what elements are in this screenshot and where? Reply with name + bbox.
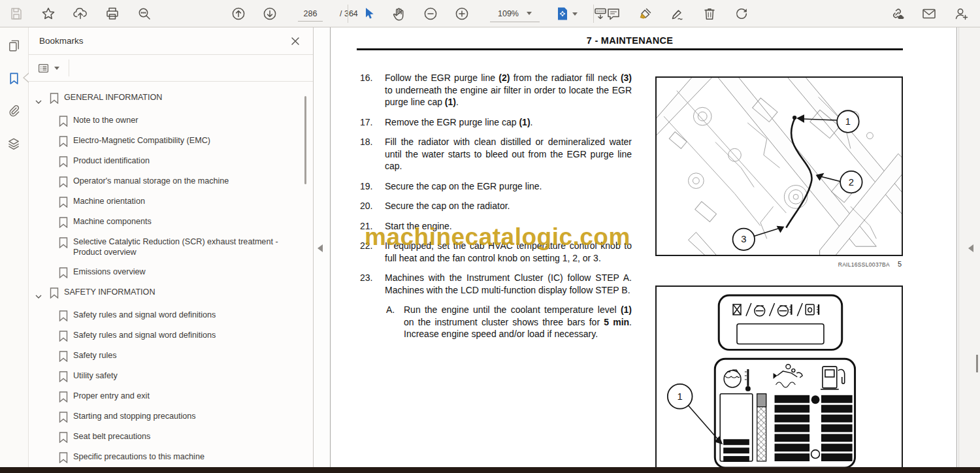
next-page-button[interactable] [260, 4, 280, 24]
chevron-down-icon[interactable] [35, 287, 50, 301]
bookmark-icon [59, 196, 68, 208]
bookmark-label: Operator's manual storage on the machine [73, 176, 313, 187]
sign-button[interactable] [668, 4, 687, 24]
step-number: A. [386, 304, 395, 316]
bookmarks-options-row [29, 55, 313, 82]
zoom-out-icon [423, 6, 438, 22]
zoom-in-button[interactable] [452, 4, 472, 24]
bookmark-label: Product identification [73, 155, 313, 167]
options-separator [69, 59, 69, 76]
bookmark-item[interactable]: Selective Catalytic Reduction (SCR) exha… [29, 232, 313, 262]
procedure-step: 18. Fill the radiator with clean distill… [360, 136, 632, 172]
chevron-down-icon[interactable] [35, 92, 50, 106]
step-text: Secure the cap on the EGR purge line. [385, 181, 542, 191]
save-button[interactable] [7, 4, 26, 24]
figure-reference-code: RAIL16SSL0037BA [838, 261, 890, 268]
fit-page-icon [555, 6, 570, 22]
bookmark-label: Utility safety [73, 370, 313, 382]
procedure-step: 20. Secure the cap on the radiator. [360, 200, 632, 212]
print-button[interactable] [103, 4, 122, 24]
bookmark-item[interactable]: Note to the owner [29, 110, 313, 131]
highlight-button[interactable] [636, 4, 655, 24]
bookmark-label: Safety rules and signal word definitions [73, 310, 313, 321]
bookmark-icon [50, 287, 59, 299]
zoom-out-button[interactable] [421, 4, 440, 24]
step-text: Fill the radiator with clean distilled o… [385, 137, 632, 171]
figure-instrument-cluster: 1 [655, 285, 903, 473]
bookmark-item[interactable]: Operator's manual storage on the machine [29, 171, 313, 191]
bookmark-options-button[interactable] [38, 63, 59, 74]
main-area: Bookmarks [0, 27, 980, 473]
comment-icon [606, 6, 621, 22]
engine-diagram-drawing: 1 2 3 [657, 78, 902, 255]
collapse-panel-arrow[interactable] [318, 244, 323, 252]
layers-button[interactable] [5, 135, 24, 153]
procedure-steps: 16. Follow the EGR purge line (2) from t… [360, 72, 632, 348]
bookmark-item[interactable]: Machine components [29, 212, 313, 232]
star-icon [41, 6, 56, 22]
bookmark-item[interactable]: Emissions overview [29, 262, 313, 282]
toolbar-share-group [887, 0, 971, 27]
pdf-page: 7 - MAINTENANCE 16. Follow the EGR purge… [330, 27, 957, 473]
bookmark-item[interactable]: Product identification [29, 151, 313, 171]
callout-3: 3 [741, 234, 746, 244]
hand-tool-button[interactable] [389, 4, 409, 24]
refresh-button[interactable] [732, 4, 751, 24]
select-tool-button[interactable] [358, 4, 378, 24]
zoom-level-dropdown[interactable]: 109% [490, 5, 540, 22]
panel-notch [24, 74, 29, 82]
page-number-input[interactable] [298, 6, 323, 22]
bookmark-label: Machine components [73, 216, 313, 227]
bookmark-label: Machine orientation [73, 196, 313, 207]
bookmark-icon [59, 451, 68, 463]
bookmark-item[interactable]: Seat belt precautions [29, 427, 313, 447]
bookmarks-panel-button[interactable] [5, 69, 24, 88]
bookmark-icon [59, 350, 68, 362]
email-button[interactable] [919, 4, 939, 24]
bookmark-item[interactable]: Electro-Magnetic Compatibility (EMC) [29, 131, 313, 151]
procedure-step: 16. Follow the EGR purge line (2) from t… [360, 72, 632, 108]
step-text: Secure the cap on the radiator. [385, 201, 510, 211]
callout-2: 2 [849, 177, 854, 188]
zoom-in-icon [454, 6, 470, 22]
page-thumbnails-button[interactable] [5, 37, 24, 55]
bookmark-label: Electro-Magnetic Compatibility (EMC) [73, 135, 313, 146]
step-text: Run the engine until the coolant tempera… [404, 304, 632, 339]
bookmark-item[interactable]: Proper entry and exit [29, 386, 313, 406]
bookmark-item[interactable]: Safety rules and signal word definitions [29, 325, 313, 346]
bookmark-item[interactable]: Utility safety [29, 366, 313, 386]
bookmark-item[interactable]: Safety rules and signal word definitions [29, 305, 313, 325]
toolbar-separator [348, 5, 348, 23]
bookmark-item[interactable]: Specific precautions to this machine [29, 447, 313, 466]
comment-button[interactable] [604, 4, 623, 24]
bookmark-item[interactable]: GENERAL INFORMATION [29, 88, 313, 110]
procedure-step: 23. Machines with the Instrument Cluster… [360, 272, 632, 296]
bookmark-icon [50, 92, 59, 104]
callout-1: 1 [845, 116, 851, 127]
add-person-button[interactable] [951, 4, 971, 24]
page-total-label: / 364 [340, 9, 358, 18]
delete-button[interactable] [700, 4, 719, 24]
bookmark-item[interactable]: SAFETY INFORMATION [29, 282, 313, 305]
toolbar-view-group: 109% [358, 0, 610, 27]
save-icon [8, 6, 24, 22]
step-text: Follow the EGR purge line (2) from the r… [385, 73, 632, 107]
bookmarks-scrollbar[interactable] [304, 96, 307, 184]
bookmark-item[interactable]: Starting and stopping precautions [29, 406, 313, 427]
document-scrollbar-strip[interactable] [958, 27, 980, 473]
share-button[interactable] [71, 4, 90, 24]
bookmark-item[interactable]: Safety rules [29, 346, 313, 366]
bookmark-icon [59, 267, 68, 278]
bookmark-item[interactable]: Machine orientation [29, 191, 313, 212]
close-icon [291, 37, 299, 45]
document-scrollbar-thumb[interactable] [976, 355, 978, 372]
close-panel-button[interactable] [288, 34, 302, 48]
search-button[interactable] [135, 4, 154, 24]
share-icon [73, 6, 88, 22]
previous-page-button[interactable] [229, 4, 248, 24]
attachments-button[interactable] [5, 102, 24, 120]
star-button[interactable] [39, 4, 58, 24]
share-link-button[interactable] [887, 4, 907, 24]
collapse-panel-arrow[interactable] [968, 244, 973, 252]
fit-page-dropdown[interactable] [553, 4, 579, 24]
